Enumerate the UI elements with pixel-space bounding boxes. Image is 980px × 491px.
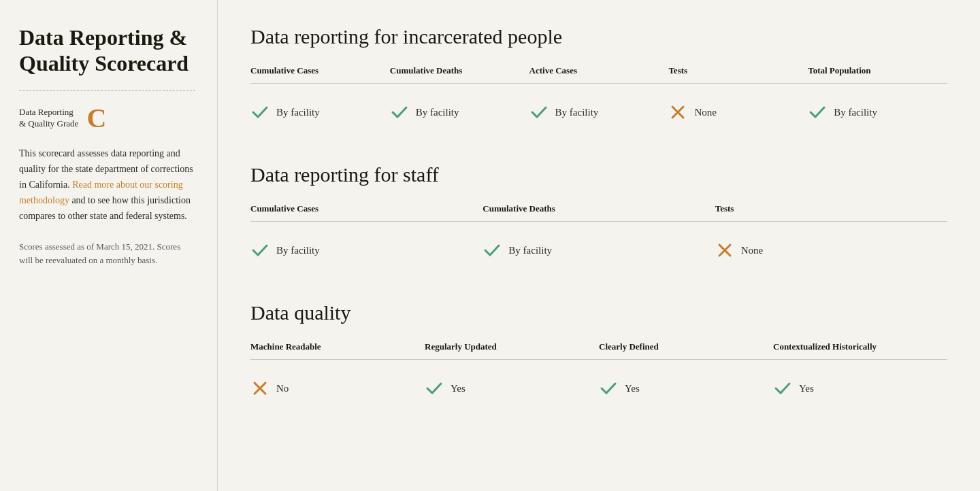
staff-section-title: Data reporting for staff — [250, 163, 947, 187]
quality-val-2: Yes — [451, 383, 466, 394]
check-icon — [529, 103, 549, 122]
check-icon — [599, 379, 618, 398]
page-layout: Data Reporting & Quality Scorecard Data … — [0, 0, 980, 491]
incarcerated-data-row: By facility By facility By facility — [250, 95, 947, 130]
quality-section: Data quality Machine Readable Regularly … — [250, 301, 947, 406]
check-icon — [425, 379, 444, 398]
quality-cell-3: Yes — [599, 379, 773, 398]
staff-cell-2: By facility — [483, 241, 715, 260]
incarcerated-cell-1: By facility — [250, 103, 390, 122]
staff-col-3: Tests — [715, 203, 947, 214]
incarcerated-val-2: By facility — [416, 107, 459, 118]
staff-col-1: Cumulative Cases — [250, 203, 483, 214]
quality-col-2: Regularly Updated — [425, 341, 599, 352]
incarcerated-col-1: Cumulative Cases — [250, 65, 390, 76]
incarcerated-val-1: By facility — [276, 107, 320, 118]
page-title: Data Reporting & Quality Scorecard — [19, 24, 195, 77]
staff-grid-header: Cumulative Cases Cumulative Deaths Tests — [250, 203, 947, 222]
quality-cell-2: Yes — [425, 379, 599, 398]
check-icon — [483, 241, 502, 260]
divider — [19, 90, 195, 91]
staff-val-1: By facility — [276, 245, 320, 256]
incarcerated-cell-3: By facility — [529, 103, 669, 122]
grade-row: Data Reporting& Quality Grade C — [19, 105, 195, 132]
quality-data-row: No Yes Yes — [250, 371, 947, 406]
staff-data-row: By facility By facility None — [250, 233, 947, 268]
incarcerated-grid-header: Cumulative Cases Cumulative Deaths Activ… — [250, 65, 947, 84]
incarcerated-val-5: By facility — [834, 107, 877, 118]
incarcerated-section-title: Data reporting for incarcerated people — [250, 24, 947, 49]
incarcerated-cell-4: None — [668, 103, 808, 122]
quality-col-4: Contextualized Historically — [773, 341, 947, 352]
quality-val-1: No — [276, 383, 289, 394]
quality-col-3: Clearly Defined — [599, 341, 773, 352]
check-icon — [773, 379, 792, 398]
incarcerated-col-4: Tests — [668, 65, 808, 76]
incarcerated-col-3: Active Cases — [529, 65, 669, 76]
incarcerated-cell-5: By facility — [808, 103, 947, 122]
quality-section-title: Data quality — [250, 301, 947, 325]
check-icon — [808, 103, 827, 122]
check-icon — [250, 241, 270, 260]
grade-label: Data Reporting& Quality Grade — [19, 107, 78, 130]
grade-letter: C — [86, 105, 106, 132]
incarcerated-section: Data reporting for incarcerated people C… — [250, 24, 947, 130]
x-icon — [250, 379, 270, 398]
check-icon — [250, 103, 270, 122]
staff-val-2: By facility — [508, 245, 552, 256]
staff-cell-1: By facility — [250, 241, 483, 260]
x-icon — [715, 241, 734, 260]
quality-cell-1: No — [250, 379, 425, 398]
incarcerated-val-3: By facility — [555, 107, 599, 118]
staff-val-3: None — [741, 245, 764, 256]
staff-section: Data reporting for staff Cumulative Case… — [250, 163, 947, 268]
quality-val-4: Yes — [799, 383, 814, 394]
incarcerated-cell-2: By facility — [390, 103, 529, 122]
staff-cell-3: None — [715, 241, 947, 260]
main-content: Data reporting for incarcerated people C… — [218, 0, 980, 491]
incarcerated-col-5: Total Population — [808, 65, 947, 76]
quality-grid-header: Machine Readable Regularly Updated Clear… — [250, 341, 947, 360]
quality-val-3: Yes — [625, 383, 640, 394]
quality-col-1: Machine Readable — [250, 341, 425, 352]
quality-cell-4: Yes — [773, 379, 947, 398]
sidebar-description: This scorecard assesses data reporting a… — [19, 146, 195, 224]
sidebar: Data Reporting & Quality Scorecard Data … — [0, 0, 218, 491]
staff-col-2: Cumulative Deaths — [483, 203, 715, 214]
incarcerated-col-2: Cumulative Deaths — [390, 65, 529, 76]
check-icon — [390, 103, 409, 122]
incarcerated-val-4: None — [694, 107, 717, 118]
x-icon — [668, 103, 687, 122]
sidebar-note: Scores assessed as of March 15, 2021. Sc… — [19, 240, 195, 267]
